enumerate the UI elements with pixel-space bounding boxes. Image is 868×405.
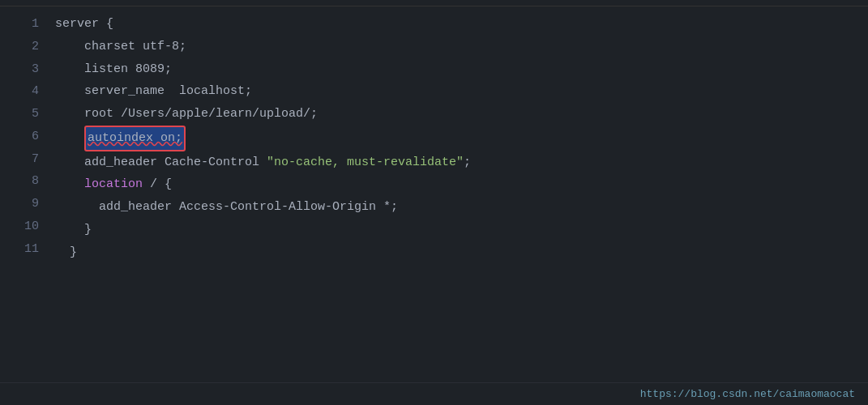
code-token: } bbox=[55, 241, 77, 264]
code-token: ; bbox=[464, 151, 471, 174]
code-keyword-location: location bbox=[84, 173, 143, 196]
code-token: } bbox=[55, 219, 92, 241]
code-token: listen 8089; bbox=[55, 58, 172, 81]
code-line-8: location / { bbox=[55, 173, 862, 196]
footer-url: https://blog.csdn.net/caimaomaocat bbox=[640, 388, 855, 400]
line-number-4: 4 bbox=[10, 80, 39, 103]
line-number-2: 2 bbox=[10, 36, 39, 58]
code-line-4: server_name localhost; bbox=[55, 80, 862, 103]
code-line-3: listen 8089; bbox=[55, 58, 862, 81]
code-token: charset utf-8; bbox=[55, 36, 186, 58]
editor-container: 1 2 3 4 5 6 7 8 9 10 11 server { charset… bbox=[0, 0, 868, 405]
code-line-1: server { bbox=[55, 13, 862, 36]
line-number-8: 8 bbox=[10, 170, 39, 193]
line-number-9: 9 bbox=[10, 193, 39, 215]
code-content: server { charset utf-8; listen 8089; ser… bbox=[49, 13, 868, 376]
line-number-10: 10 bbox=[10, 215, 39, 238]
code-area: 1 2 3 4 5 6 7 8 9 10 11 server { charset… bbox=[0, 6, 868, 382]
code-string: "no-cache, must-revalidate" bbox=[267, 151, 464, 174]
line-numbers: 1 2 3 4 5 6 7 8 9 10 11 bbox=[0, 13, 49, 376]
highlighted-autoindex: autoindex on; bbox=[84, 126, 186, 151]
line-number-7: 7 bbox=[10, 148, 39, 171]
code-token: / { bbox=[143, 173, 172, 196]
code-line-9: add_header Access-Control-Allow-Origin *… bbox=[55, 196, 862, 219]
code-token: add_header Access-Control-Allow-Origin *… bbox=[55, 196, 398, 219]
code-token: add_header Cache-Control bbox=[55, 151, 267, 174]
code-line-7: add_header Cache-Control "no-cache, must… bbox=[55, 151, 862, 174]
top-bar bbox=[0, 0, 868, 6]
line-number-6: 6 bbox=[10, 126, 39, 148]
code-line-6: autoindex on; bbox=[55, 126, 862, 151]
bottom-bar: https://blog.csdn.net/caimaomaocat bbox=[0, 382, 868, 405]
line-number-1: 1 bbox=[10, 13, 39, 36]
code-line-11: } bbox=[55, 241, 862, 264]
line-number-11: 11 bbox=[10, 238, 39, 261]
code-token bbox=[55, 173, 84, 196]
code-token bbox=[55, 127, 84, 150]
squiggle-text: autoindex on; bbox=[88, 131, 182, 145]
code-token: root /Users/apple/learn/upload/; bbox=[55, 103, 318, 126]
line-number-5: 5 bbox=[10, 103, 39, 126]
code-line-5: root /Users/apple/learn/upload/; bbox=[55, 103, 862, 126]
code-token: server_name localhost; bbox=[55, 80, 252, 103]
line-number-3: 3 bbox=[10, 58, 39, 81]
code-line-10: } bbox=[55, 219, 862, 241]
code-token: server { bbox=[55, 13, 113, 36]
code-line-2: charset utf-8; bbox=[55, 36, 862, 58]
